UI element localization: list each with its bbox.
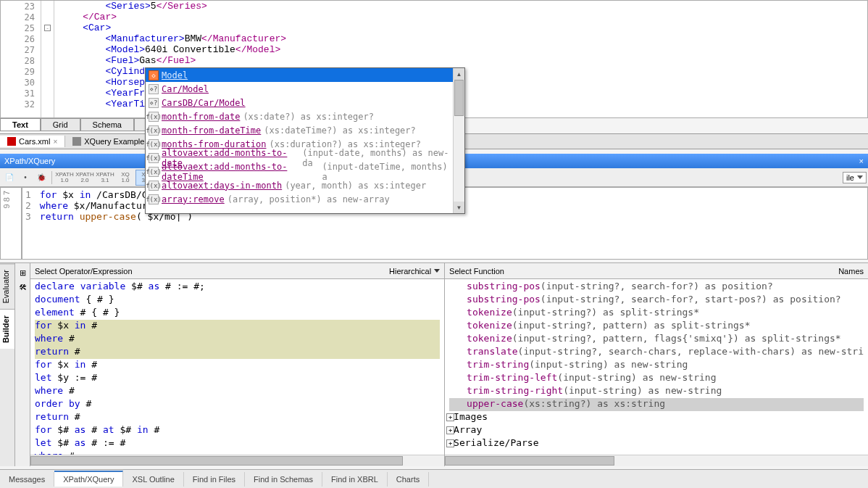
fold-marker[interactable] xyxy=(41,12,54,22)
fold-marker[interactable] xyxy=(41,1,54,12)
scope-dropdown-label: ile xyxy=(846,173,854,182)
completion-name: array:remove xyxy=(162,194,225,204)
side-tab-evaluator[interactable]: Evaluator xyxy=(0,263,14,309)
autocomplete-item[interactable]: f(x)array:remove(array, position*) as ne… xyxy=(146,192,453,206)
operator-item[interactable]: let $# as # := # xyxy=(35,437,440,450)
function-item[interactable]: tokenize(input-string?, pattern) as spli… xyxy=(449,320,864,333)
scrollbar-horizontal[interactable] xyxy=(30,455,444,466)
completion-name: Car/Model xyxy=(162,84,209,94)
view-tab-grid[interactable]: Grid xyxy=(41,118,80,131)
fold-marker[interactable] xyxy=(41,99,54,109)
snippet-icon[interactable]: 📄 xyxy=(1,170,17,186)
function-item[interactable]: substring-pos(input-string?, search-for?… xyxy=(449,281,864,294)
operator-item[interactable]: document { # } xyxy=(35,294,440,307)
mode-button[interactable]: XPATH2.0 xyxy=(75,170,95,186)
close-icon[interactable]: × xyxy=(53,138,57,146)
code-line[interactable]: <Series>5</Series> xyxy=(60,1,867,12)
bottom-tab[interactable]: Find in Files xyxy=(184,472,245,487)
chevron-down-icon[interactable] xyxy=(434,269,440,273)
autocomplete-item[interactable]: f(x)altovaext:days-in-month(year, month)… xyxy=(146,178,453,192)
completion-icon: f(x) xyxy=(149,194,159,204)
completion-signature: (array, position*) as new-array xyxy=(228,194,390,204)
side-tab-builder[interactable]: Builder xyxy=(0,309,14,349)
completion-name: month-from-dateTime xyxy=(162,125,261,136)
line-number: 28 xyxy=(1,55,41,66)
scope-dropdown[interactable]: ile xyxy=(843,172,867,183)
fold-marker[interactable] xyxy=(41,77,54,88)
mode-button[interactable]: XPATH1.0 xyxy=(54,170,75,186)
file-tab[interactable]: Cars.xml× xyxy=(0,136,65,147)
operator-item[interactable]: declare variable $# as # := #; xyxy=(35,281,440,294)
expand-icon[interactable]: ⊞ xyxy=(16,266,29,279)
function-item[interactable]: translate(input-string?, search-chars, r… xyxy=(449,346,864,359)
bullet-icon[interactable]: • xyxy=(17,170,33,186)
function-item[interactable]: trim-string(input-string) as new-string xyxy=(449,359,864,372)
line-number: 26 xyxy=(1,33,41,44)
function-item[interactable]: upper-case(xs:string?) as xs:string xyxy=(449,398,864,411)
code-line[interactable]: </Car> xyxy=(60,12,867,22)
scrollbar-horizontal[interactable] xyxy=(445,455,868,466)
code-line[interactable]: <Car> xyxy=(60,22,867,33)
mode-button[interactable]: XQ1.0 xyxy=(115,170,135,186)
autocomplete-item[interactable]: f(x)altovaext:add-months-to-dateTime(inp… xyxy=(146,165,453,178)
function-item[interactable]: substring-pos(input-string?, search-for?… xyxy=(449,294,864,307)
operator-item[interactable]: for $x in # xyxy=(35,359,440,372)
view-tab-text[interactable]: Text xyxy=(0,118,41,131)
mode-button[interactable]: XPATH3.1 xyxy=(95,170,115,186)
xml-file-icon xyxy=(7,137,16,146)
tree-node[interactable]: Images xyxy=(449,411,864,424)
view-tab-schema[interactable]: Schema xyxy=(80,118,134,131)
bottom-tab[interactable]: Messages xyxy=(0,472,54,487)
operator-item[interactable]: return # xyxy=(35,411,440,424)
code-line[interactable]: <Model>640i Convertible</Model> xyxy=(60,44,867,55)
completion-icon: f(x) xyxy=(149,181,159,191)
autocomplete-popup: ◇Model⋄?Car/Model⋄?CarsDB/Car/Modelf(x)m… xyxy=(145,67,465,214)
completion-signature: (year, month) as xs:integer xyxy=(285,181,426,191)
fold-marker[interactable] xyxy=(41,66,54,77)
code-line[interactable]: <Fuel>Gas</Fuel> xyxy=(60,55,867,66)
bottom-tab[interactable]: XSL Outline xyxy=(123,472,183,487)
autocomplete-item[interactable]: ◇Model xyxy=(146,68,453,82)
tree-node[interactable]: Array xyxy=(449,424,864,437)
completion-icon: f(x) xyxy=(149,139,159,149)
operator-item[interactable]: where # xyxy=(35,385,440,398)
completion-icon: f(x) xyxy=(149,167,159,177)
bottom-tab[interactable]: Find in XBRL xyxy=(322,472,388,487)
autocomplete-item[interactable]: f(x)month-from-date(xs:date?) as xs:inte… xyxy=(146,109,453,123)
fold-marker[interactable]: - xyxy=(41,22,54,33)
tools-icon[interactable]: 🛠 xyxy=(16,281,29,294)
operator-item[interactable]: element # { # } xyxy=(35,307,440,320)
bottom-tab[interactable]: Charts xyxy=(388,472,429,487)
fold-marker[interactable] xyxy=(41,88,54,99)
function-item[interactable]: tokenize(input-string?) as split-strings… xyxy=(449,307,864,320)
autocomplete-item[interactable]: ⋄?Car/Model xyxy=(146,82,453,96)
operator-item[interactable]: let $y := # xyxy=(35,372,440,385)
function-item[interactable]: tokenize(input-string?, pattern, flags{'… xyxy=(449,333,864,346)
operator-pane: Select Operator/Expression Hierarchical … xyxy=(30,263,445,466)
operator-item[interactable]: return # xyxy=(35,346,440,359)
bottom-tab[interactable]: XPath/XQuery xyxy=(54,471,123,487)
fold-marker[interactable] xyxy=(41,55,54,66)
code-line[interactable]: <Manufacturer>BMW</Manufacturer> xyxy=(60,33,867,44)
function-item[interactable]: trim-string-right(input-string) as new-s… xyxy=(449,385,864,398)
operator-item[interactable]: where # xyxy=(35,333,440,346)
tree-node[interactable]: Serialize/Parse xyxy=(449,437,864,450)
line-number: 27 xyxy=(1,44,41,55)
completion-signature: (xs:date?) as xs:integer? xyxy=(243,112,374,122)
function-column-label: Names xyxy=(838,267,864,276)
operator-item[interactable]: for $x in # xyxy=(35,320,440,333)
operator-item[interactable]: for $# as # at $# in # xyxy=(35,424,440,437)
completion-name: Model xyxy=(162,70,188,80)
bottom-tab[interactable]: Find in Schemas xyxy=(245,472,322,487)
operator-pane-title: Select Operator/Expression xyxy=(35,267,133,276)
fold-marker[interactable] xyxy=(41,44,54,55)
scrollbar[interactable]: ▲ ▼ xyxy=(453,68,464,213)
function-item[interactable]: trim-string-left(input-string) as new-st… xyxy=(449,372,864,385)
line-number: 24 xyxy=(1,12,41,22)
operator-item[interactable]: order by # xyxy=(35,398,440,411)
autocomplete-item[interactable]: f(x)month-from-dateTime(xs:dateTime?) as… xyxy=(146,123,453,137)
fold-marker[interactable] xyxy=(41,33,54,44)
close-icon[interactable]: × xyxy=(859,157,864,165)
autocomplete-item[interactable]: ⋄?CarsDB/Car/Model xyxy=(146,96,453,109)
debug-icon[interactable]: 🐞 xyxy=(33,170,49,186)
